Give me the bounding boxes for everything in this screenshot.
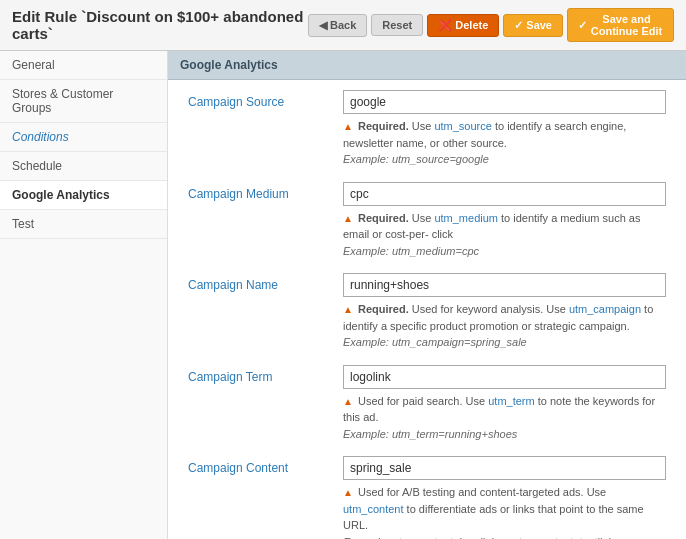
- campaign-content-input[interactable]: [343, 456, 666, 480]
- campaign-term-label: Campaign Term: [188, 365, 343, 384]
- campaign-term-row: Campaign Term ▲ Used for paid search. Us…: [188, 365, 666, 443]
- campaign-medium-hint: ▲ Required. Use utm_medium to identify a…: [343, 210, 666, 260]
- back-icon: ◀: [319, 19, 327, 32]
- sidebar-item-general[interactable]: General: [0, 51, 167, 80]
- sidebar-item-stores-customer-groups[interactable]: Stores & Customer Groups: [0, 80, 167, 123]
- form-area: Campaign Source ▲ Required. Use utm_sour…: [168, 80, 686, 539]
- campaign-medium-label: Campaign Medium: [188, 182, 343, 201]
- campaign-medium-row: Campaign Medium ▲ Required. Use utm_medi…: [188, 182, 666, 260]
- back-button[interactable]: ◀ Back: [308, 14, 367, 37]
- campaign-source-hint: ▲ Required. Use utm_source to identify a…: [343, 118, 666, 168]
- content-area: Google Analytics Campaign Source ▲ Requi…: [168, 51, 686, 539]
- save-continue-icon: ✓: [578, 19, 587, 32]
- sidebar-item-conditions[interactable]: Conditions: [0, 123, 167, 152]
- campaign-content-field: ▲ Used for A/B testing and content-targe…: [343, 456, 666, 539]
- save-continue-button[interactable]: ✓ Save and Continue Edit: [567, 8, 674, 42]
- campaign-name-label: Campaign Name: [188, 273, 343, 292]
- campaign-source-label: Campaign Source: [188, 90, 343, 109]
- title-suffix: `: [48, 25, 53, 42]
- campaign-term-field: ▲ Used for paid search. Use utm_term to …: [343, 365, 666, 443]
- campaign-medium-input[interactable]: [343, 182, 666, 206]
- utm-content-link[interactable]: utm_content: [343, 503, 404, 515]
- utm-source-link[interactable]: utm_source: [434, 120, 491, 132]
- campaign-content-row: Campaign Content ▲ Used for A/B testing …: [188, 456, 666, 539]
- campaign-source-row: Campaign Source ▲ Required. Use utm_sour…: [188, 90, 666, 168]
- campaign-content-hint: ▲ Used for A/B testing and content-targe…: [343, 484, 666, 539]
- save-icon: ✓: [514, 19, 523, 32]
- sidebar-item-google-analytics[interactable]: Google Analytics: [0, 181, 167, 210]
- section-header: Google Analytics: [168, 51, 686, 80]
- utm-term-link[interactable]: utm_term: [488, 395, 534, 407]
- title-prefix: Edit Rule `: [12, 8, 86, 25]
- campaign-name-hint: ▲ Required. Used for keyword analysis. U…: [343, 301, 666, 351]
- save-button[interactable]: ✓ Save: [503, 14, 563, 37]
- campaign-term-input[interactable]: [343, 365, 666, 389]
- info-icon: ▲: [343, 396, 353, 407]
- action-buttons: ◀ Back Reset ❌ Delete ✓ Save ✓ Save and …: [308, 8, 674, 42]
- reset-button[interactable]: Reset: [371, 14, 423, 36]
- required-icon-2: ▲: [343, 213, 353, 224]
- delete-button[interactable]: ❌ Delete: [427, 14, 499, 37]
- main-layout: General Stores & Customer Groups Conditi…: [0, 51, 686, 539]
- campaign-medium-field: ▲ Required. Use utm_medium to identify a…: [343, 182, 666, 260]
- campaign-name-field: ▲ Required. Used for keyword analysis. U…: [343, 273, 666, 351]
- campaign-source-field: ▲ Required. Use utm_source to identify a…: [343, 90, 666, 168]
- required-icon: ▲: [343, 121, 353, 132]
- campaign-term-hint: ▲ Used for paid search. Use utm_term to …: [343, 393, 666, 443]
- utm-medium-link[interactable]: utm_medium: [434, 212, 498, 224]
- page-wrapper: Edit Rule `Discount on $100+ abandoned c…: [0, 0, 686, 539]
- page-title: Edit Rule `Discount on $100+ abandoned c…: [12, 8, 308, 42]
- campaign-content-label: Campaign Content: [188, 456, 343, 475]
- campaign-source-input[interactable]: [343, 90, 666, 114]
- utm-campaign-link[interactable]: utm_campaign: [569, 303, 641, 315]
- required-icon-3: ▲: [343, 304, 353, 315]
- header-bar: Edit Rule `Discount on $100+ abandoned c…: [0, 0, 686, 51]
- delete-icon: ❌: [438, 19, 452, 32]
- campaign-name-input[interactable]: [343, 273, 666, 297]
- sidebar-item-schedule[interactable]: Schedule: [0, 152, 167, 181]
- info-icon-2: ▲: [343, 487, 353, 498]
- campaign-name-row: Campaign Name ▲ Required. Used for keywo…: [188, 273, 666, 351]
- sidebar-item-test[interactable]: Test: [0, 210, 167, 239]
- sidebar: General Stores & Customer Groups Conditi…: [0, 51, 168, 539]
